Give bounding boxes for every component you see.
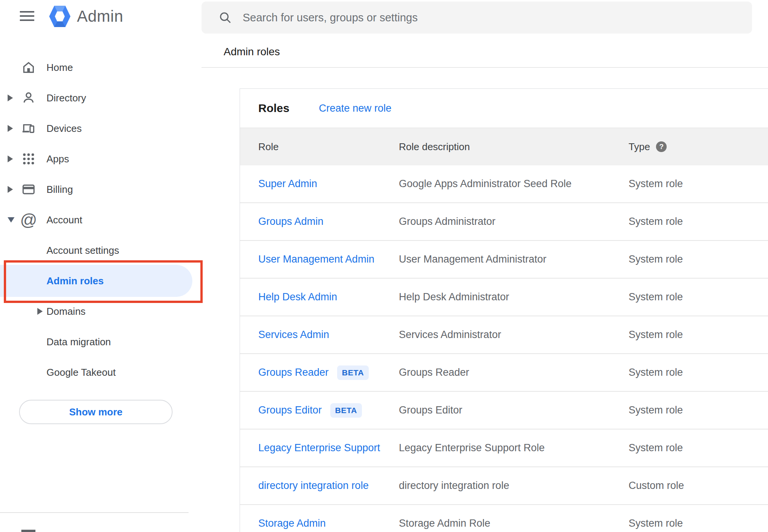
column-header-type: Type ? (629, 128, 758, 165)
role-link[interactable]: Help Desk Admin (258, 291, 337, 303)
hamburger-bar (20, 15, 34, 17)
sidebar-item-account-settings[interactable]: Account settings (0, 235, 196, 266)
role-link[interactable]: directory integration role (258, 480, 369, 492)
show-more-button[interactable]: Show more (19, 400, 173, 424)
roles-card-header: Roles Create new role (240, 89, 768, 128)
devices-icon (21, 120, 36, 137)
admin-logo: Admin (48, 5, 123, 28)
sidebar-item-label: Data migration (46, 336, 111, 348)
role-link[interactable]: Legacy Enterprise Support (258, 442, 380, 454)
help-icon[interactable]: ? (656, 141, 667, 152)
role-link[interactable]: Groups Editor (258, 404, 322, 416)
table-row: Storage Admin Storage Admin Role System … (240, 505, 768, 532)
chevron-right-icon[interactable] (8, 125, 13, 132)
table-row: Groups Reader BETA Groups Reader System … (240, 354, 768, 392)
role-type: System role (629, 354, 758, 391)
role-description: directory integration role (399, 467, 626, 504)
role-description: Groups Editor (399, 392, 626, 429)
role-type: System role (629, 316, 758, 353)
role-link[interactable]: Groups Reader (258, 367, 329, 378)
sidebar-item-label: Directory (46, 92, 86, 104)
role-type: Custom role (629, 467, 758, 504)
roles-table-body: Super Admin Google Apps Administrator Se… (240, 165, 768, 532)
sidebar-item-domains[interactable]: Domains (0, 296, 196, 327)
sidebar-item-admin-roles[interactable]: Admin roles (0, 266, 196, 296)
person-icon (21, 90, 36, 106)
role-description: Storage Admin Role (399, 505, 626, 532)
chevron-right-icon[interactable] (8, 186, 13, 193)
chevron-down-icon[interactable] (8, 217, 14, 223)
role-description: Google Apps Administrator Seed Role (399, 165, 626, 202)
search-bar[interactable] (202, 2, 752, 34)
search-icon (218, 11, 232, 24)
sidebar-item-devices[interactable]: Devices (0, 113, 196, 144)
header-divider (202, 67, 768, 68)
roles-card: Roles Create new role Role Role descript… (240, 88, 768, 532)
role-type: System role (629, 165, 758, 202)
role-type: System role (629, 203, 758, 240)
role-type: System role (629, 505, 758, 532)
role-link[interactable]: Storage Admin (258, 518, 326, 529)
role-type: System role (629, 279, 758, 316)
hamburger-bar (20, 11, 34, 13)
apps-icon (21, 151, 36, 167)
billing-icon (21, 181, 36, 198)
sidebar-item-label: Google Takeout (46, 367, 116, 378)
table-row: User Management Admin User Management Ad… (240, 241, 768, 279)
sidebar-item-billing[interactable]: Billing (0, 174, 196, 205)
sidebar-item-google-takeout[interactable]: Google Takeout (0, 357, 196, 388)
sidebar-item-label: Apps (46, 153, 69, 165)
sidebar-item-label: Billing (46, 184, 73, 195)
table-row: Help Desk Admin Help Desk Administrator … (240, 279, 768, 316)
sidebar-item-directory[interactable]: Directory (0, 83, 196, 113)
sidebar-item-label: Account settings (46, 245, 119, 256)
admin-console: Admin Admin roles Home Directory Devices… (0, 0, 768, 532)
table-header-row: Role Role description Type ? (240, 128, 768, 165)
role-link[interactable]: User Management Admin (258, 253, 374, 265)
table-row: Services Admin Services Administrator Sy… (240, 316, 768, 354)
role-link[interactable]: Super Admin (258, 178, 317, 190)
app-title: Admin (77, 7, 123, 26)
page-title: Admin roles (224, 46, 280, 58)
sidebar-item-label: Devices (46, 123, 82, 135)
sidebar-item-account[interactable]: @ Account (0, 205, 196, 235)
sidebar-item-label: Admin roles (46, 275, 104, 287)
sidebar-item-data-migration[interactable]: Data migration (0, 327, 196, 357)
chevron-right-icon[interactable] (8, 95, 13, 101)
sidebar-item-label: Domains (46, 306, 86, 317)
hexagon-logo-icon (48, 5, 72, 28)
table-row: Groups Admin Groups Administrator System… (240, 203, 768, 241)
sidebar-item-label: Home (46, 62, 73, 74)
role-link[interactable]: Services Admin (258, 329, 329, 341)
roles-title: Roles (258, 102, 290, 115)
column-header-description: Role description (399, 128, 626, 165)
chevron-right-icon[interactable] (8, 155, 13, 162)
role-description: User Management Administrator (399, 241, 626, 278)
sidebar-item-apps[interactable]: Apps (0, 144, 196, 174)
role-description: Help Desk Administrator (399, 279, 626, 316)
beta-badge: BETA (337, 365, 369, 380)
role-type: System role (629, 429, 758, 466)
beta-badge: BETA (330, 403, 362, 418)
table-row: Super Admin Google Apps Administrator Se… (240, 165, 768, 203)
role-link[interactable]: Groups Admin (258, 216, 323, 228)
column-header-type-label: Type (629, 141, 650, 153)
sidebar-item-label: Account (46, 214, 82, 226)
sidebar-nav: Home Directory Devices Apps Billing @ Ac… (0, 52, 196, 388)
role-type: System role (629, 392, 758, 429)
at-icon: @ (21, 212, 36, 228)
sidebar-divider (0, 512, 189, 513)
sidebar-item-home[interactable]: Home (0, 52, 196, 83)
hamburger-bar (20, 19, 34, 21)
search-input[interactable] (242, 11, 752, 24)
create-new-role-link[interactable]: Create new role (319, 103, 392, 114)
column-header-role: Role (258, 128, 395, 165)
role-description: Legacy Enterprise Support Role (399, 429, 626, 466)
partial-nav-icon (21, 530, 35, 532)
role-type: System role (629, 241, 758, 278)
chevron-right-icon[interactable] (37, 308, 43, 315)
role-description: Groups Reader (399, 354, 626, 391)
table-row: Groups Editor BETA Groups Editor System … (240, 392, 768, 429)
hamburger-menu-icon[interactable] (20, 10, 34, 22)
table-row: Legacy Enterprise Support Legacy Enterpr… (240, 429, 768, 467)
